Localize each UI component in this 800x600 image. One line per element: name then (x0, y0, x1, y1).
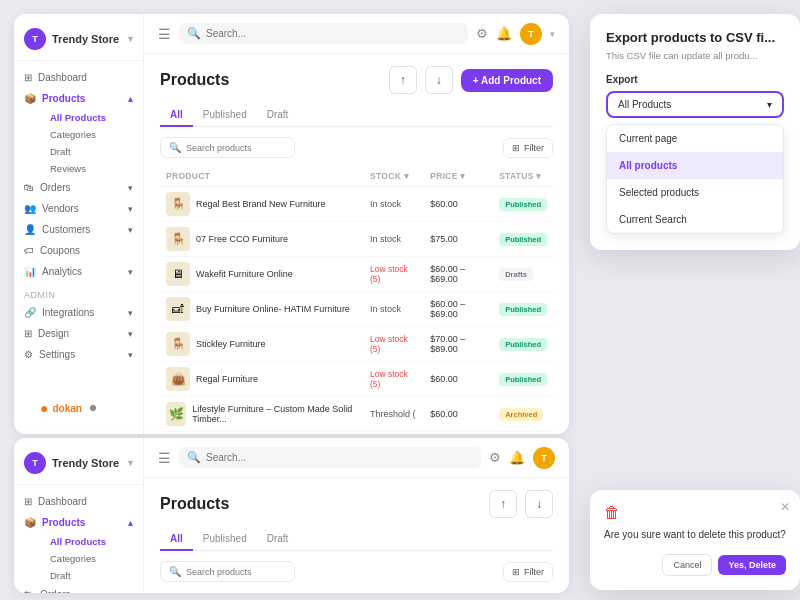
upload-icon-btn[interactable]: ↑ (389, 66, 417, 94)
chevron-icon: ▾ (128, 204, 133, 214)
product-search-input[interactable] (186, 143, 286, 153)
sub-cat-2[interactable]: Categories (40, 550, 143, 567)
stock-cell: Threshold ( (364, 397, 424, 432)
tab-draft[interactable]: Draft (257, 104, 299, 127)
prod-search-input-2[interactable] (186, 567, 286, 577)
label-2: Orders (40, 589, 71, 593)
actions-2: ↑ ↓ (489, 490, 553, 518)
upload-btn-2[interactable]: ↑ (489, 490, 517, 518)
bell-icon-2[interactable]: 🔔 (509, 450, 525, 465)
sidebar-item-coupons[interactable]: 🏷 Coupons (14, 240, 143, 261)
table-row[interactable]: 🪑 07 Free CCO Furniture In stock $75.00 … (160, 222, 553, 257)
sidebar-item-label: Settings (39, 349, 75, 360)
header-2: Products ↑ ↓ (160, 490, 553, 518)
product-cell: 🖥 Wakefit Furniture Online (160, 257, 364, 292)
sidebar-2-products[interactable]: 📦 Products ▴ (14, 512, 143, 533)
tab-pub-2[interactable]: Published (193, 528, 257, 551)
sub-item-all-products[interactable]: All Products (40, 109, 143, 126)
dashboard-icon: ⊞ (24, 72, 32, 83)
avatar-2[interactable]: T (533, 447, 555, 469)
table-row[interactable]: 🌿 Lifestyle Furniture – Custom Made Soli… (160, 397, 553, 432)
sidebar-item-dashboard[interactable]: ⊞ Dashboard (14, 67, 143, 88)
option-all-products[interactable]: All products (607, 152, 783, 179)
sidebar-item-vendors[interactable]: 👥 Vendors ▾ (14, 198, 143, 219)
sidebar-item-integrations[interactable]: 🔗 Integrations ▾ (14, 302, 143, 323)
page-2: Products ↑ ↓ All Published Draft 🔍 (144, 478, 569, 593)
prod-search-2[interactable]: 🔍 (160, 561, 295, 582)
col-status: STATUS ▾ (493, 166, 553, 187)
tab-all-2[interactable]: All (160, 528, 193, 551)
filter-btn-2[interactable]: ⊞ Filter (503, 562, 553, 582)
sub-all-2[interactable]: All Products (40, 533, 143, 550)
product-thumbnail: 🪑 (166, 332, 190, 356)
sidebar-item-label: Coupons (40, 245, 80, 256)
export-title: Export products to CSV fi... (606, 30, 784, 45)
export-select[interactable]: All Products ▾ (606, 91, 784, 118)
table-row[interactable]: 🖥 Wakefit Furniture Online Low stock (5)… (160, 257, 553, 292)
export-dropdown: Current page All products Selected produ… (606, 124, 784, 234)
search-2[interactable]: 🔍 (179, 447, 481, 468)
sidebar-item-settings[interactable]: ⚙ Settings ▾ (14, 344, 143, 365)
filter-button[interactable]: ⊞ Filter (503, 138, 553, 158)
filter-icon-2: ⊞ (512, 567, 520, 577)
sidebar-item-customers[interactable]: 👤 Customers ▾ (14, 219, 143, 240)
col-price: PRICE ▾ (424, 166, 493, 187)
status-badge: Archived (499, 408, 543, 421)
confirm-delete-button[interactable]: Yes, Delete (718, 555, 786, 575)
sidebar: T Trendy Store ▾ ⊞ Dashboard 📦 Products … (14, 14, 144, 434)
product-search-box[interactable]: 🔍 (160, 137, 295, 158)
bell-icon[interactable]: 🔔 (496, 26, 512, 41)
customers-icon: 👤 (24, 224, 36, 235)
tab-published[interactable]: Published (193, 104, 257, 127)
filter-icon: ⊞ (512, 143, 520, 153)
download-icon-btn[interactable]: ↓ (425, 66, 453, 94)
search-icon: 🔍 (187, 27, 201, 40)
orders-icon: 🛍 (24, 182, 34, 193)
brand-2[interactable]: T Trendy Store ▾ (14, 448, 143, 485)
col-product: PRODUCT (160, 166, 364, 187)
submenu-2: All Products Categories Draft (14, 533, 143, 584)
bottom-panel: T Trendy Store ▾ ⊞ Dashboard 📦 Products … (14, 438, 569, 593)
chevron-down-icon: ▾ (767, 99, 772, 110)
sidebar-item-orders[interactable]: 🛍 Orders ▾ (14, 177, 143, 198)
sub-item-draft[interactable]: Draft (40, 143, 143, 160)
settings-icon[interactable]: ⚙ (476, 26, 488, 41)
tab-all[interactable]: All (160, 104, 193, 127)
option-current-page[interactable]: Current page (607, 125, 783, 152)
sub-draft-2[interactable]: Draft (40, 567, 143, 584)
topbar-search-input[interactable] (206, 28, 460, 39)
sidebar-2-orders[interactable]: 🛍 Orders (14, 584, 143, 593)
add-product-button[interactable]: + Add Product (461, 69, 553, 92)
topbar-search-box[interactable]: 🔍 (179, 23, 468, 44)
tab-draft-2[interactable]: Draft (257, 528, 299, 551)
hamburger-2[interactable]: ☰ (158, 450, 171, 466)
avatar[interactable]: T (520, 23, 542, 45)
brand[interactable]: T Trendy Store ▾ (14, 24, 143, 61)
status-badge: Published (499, 373, 547, 386)
hamburger-icon[interactable]: ☰ (158, 26, 171, 42)
product-thumbnail: 👜 (166, 367, 190, 391)
search-input-2[interactable] (206, 452, 473, 463)
gear-icon-2[interactable]: ⚙ (489, 450, 501, 465)
table-row[interactable]: 🛋 Buy Furniture Online- HATIM Furniture … (160, 292, 553, 327)
status-badge: Published (499, 338, 547, 351)
table-row[interactable]: 👜 Regal Furniture Low stock (5) $60.00 P… (160, 362, 553, 397)
status-cell: Drafts (493, 432, 553, 435)
price-cell: $60.00 (424, 397, 493, 432)
option-current-search[interactable]: Current Search (607, 206, 783, 233)
sidebar-item-products[interactable]: 📦 Products ▴ (14, 88, 143, 109)
download-btn-2[interactable]: ↓ (525, 490, 553, 518)
status-cell: Drafts (493, 257, 553, 292)
option-selected-products[interactable]: Selected products (607, 179, 783, 206)
settings-icon: ⚙ (24, 349, 33, 360)
table-row[interactable]: 🪑 Stickley Furniture Low stock (5) $70.0… (160, 327, 553, 362)
sidebar-item-analytics[interactable]: 📊 Analytics ▾ (14, 261, 143, 282)
table-row[interactable]: 🪑 Western Furniture In stock $60.00 Draf… (160, 432, 553, 435)
sidebar-item-design[interactable]: ⊞ Design ▾ (14, 323, 143, 344)
table-row[interactable]: 🪑 Regal Best Brand New Furniture In stoc… (160, 187, 553, 222)
sidebar-2-dashboard[interactable]: ⊞ Dashboard (14, 491, 143, 512)
cancel-button[interactable]: Cancel (662, 554, 712, 576)
dialog-close-button[interactable]: ✕ (780, 500, 790, 514)
sub-item-reviews[interactable]: Reviews (40, 160, 143, 177)
sub-item-categories[interactable]: Categories (40, 126, 143, 143)
